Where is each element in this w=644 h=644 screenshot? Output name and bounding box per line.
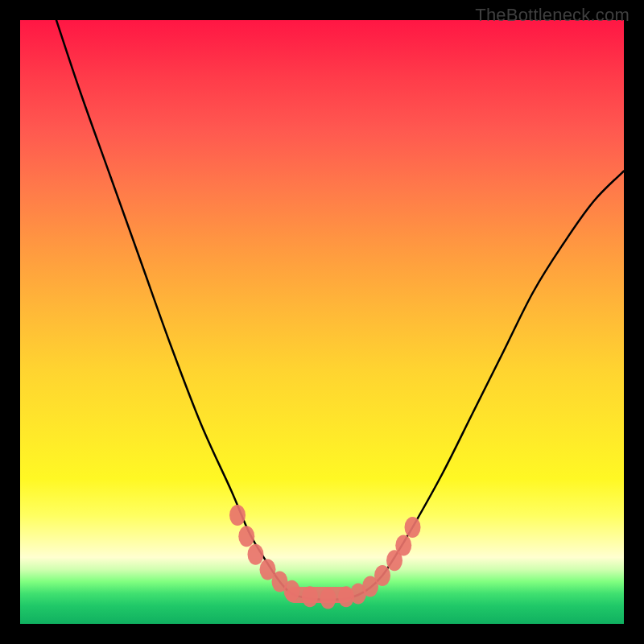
highlight-point xyxy=(284,580,300,601)
highlight-point xyxy=(302,586,318,607)
watermark-text: TheBottleneck.com xyxy=(475,5,630,26)
highlight-point xyxy=(374,565,390,586)
curve-path-group xyxy=(56,20,624,600)
bottleneck-curve xyxy=(56,20,624,600)
chart-svg xyxy=(20,20,624,624)
highlight-point xyxy=(248,544,264,565)
highlight-points-group xyxy=(229,505,421,609)
highlight-point xyxy=(405,517,421,538)
chart-background xyxy=(20,20,624,624)
highlight-point xyxy=(395,535,411,556)
highlight-point xyxy=(229,505,246,526)
highlight-point xyxy=(238,526,254,547)
highlight-point xyxy=(320,588,336,609)
